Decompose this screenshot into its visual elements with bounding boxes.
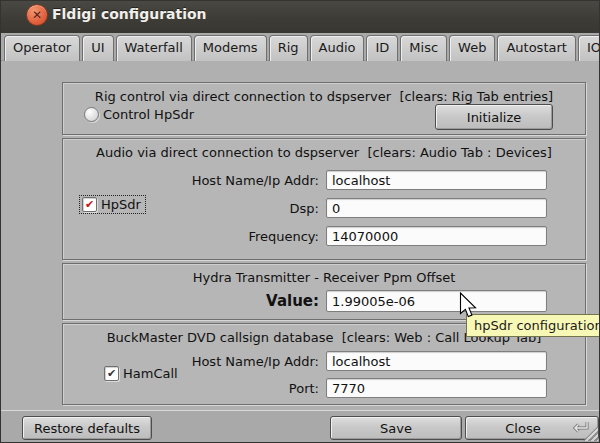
tab-io[interactable]: IO — [578, 35, 600, 61]
tooltip-text: hpSdr configuration — [474, 318, 600, 333]
ppm-group-header: Hydra Transmitter - Receiver Ppm Offset — [63, 270, 585, 285]
tab-audio[interactable]: Audio — [310, 35, 365, 61]
tab-bar: Operator UI Waterfall Modems Rig Audio I… — [4, 33, 600, 61]
callsign-host-input[interactable] — [326, 351, 547, 371]
close-icon: ✕ — [32, 9, 42, 21]
value-input[interactable] — [326, 290, 547, 312]
tab-autostart[interactable]: Autostart — [497, 35, 575, 61]
rig-control-group: Rig control via direct connection to dsp… — [62, 82, 586, 135]
audio-host-label: Host Name/Ip Addr: — [63, 173, 319, 188]
control-hpsdr-radio[interactable]: Control HpSdr — [84, 107, 194, 122]
tab-web[interactable]: Web — [449, 35, 495, 61]
radio-icon — [84, 107, 99, 122]
audio-group: Audio via direct connection to dspserver… — [62, 138, 586, 260]
tab-ui[interactable]: UI — [82, 35, 113, 61]
hamcall-checkbox-label: HamCall — [123, 366, 178, 381]
initialize-button[interactable]: Initialize — [435, 104, 553, 130]
audio-host-input[interactable] — [326, 170, 547, 190]
titlebar: ✕ Fldigi configuration — [0, 0, 600, 33]
control-hpsdr-label: Control HpSdr — [103, 107, 194, 122]
save-button[interactable]: Save — [330, 416, 462, 440]
window-close-button[interactable]: ✕ — [26, 4, 48, 26]
port-label: Port: — [63, 381, 319, 396]
dsp-label: Dsp: — [63, 201, 319, 216]
callsign-host-label: Host Name/Ip Addr: — [63, 354, 319, 369]
restore-defaults-button[interactable]: Restore defaults — [22, 416, 152, 440]
save-label: Save — [380, 421, 412, 436]
port-input[interactable] — [326, 378, 547, 398]
value-label: Value: — [63, 292, 319, 310]
frequency-label: Frequency: — [63, 229, 319, 244]
restore-defaults-label: Restore defaults — [34, 421, 140, 436]
tab-rig[interactable]: Rig — [269, 35, 308, 61]
tab-id[interactable]: ID — [366, 35, 398, 61]
tab-modems[interactable]: Modems — [194, 35, 267, 61]
return-key-icon — [570, 421, 590, 435]
dsp-input[interactable] — [326, 198, 547, 218]
frequency-input[interactable] — [326, 226, 547, 246]
initialize-label: Initialize — [467, 110, 521, 125]
tooltip: hpSdr configuration — [466, 314, 600, 337]
rig-group-header: Rig control via direct connection to dsp… — [63, 89, 585, 104]
window-title: Fldigi configuration — [52, 6, 207, 22]
close-button[interactable]: Close — [465, 416, 599, 440]
tab-operator[interactable]: Operator — [4, 35, 80, 61]
close-label: Close — [505, 421, 540, 436]
hamcall-checkbox[interactable]: ✔ HamCall — [104, 366, 178, 381]
tab-misc[interactable]: Misc — [400, 35, 447, 61]
checkbox-checked-icon: ✔ — [104, 366, 119, 381]
ppm-offset-group: Hydra Transmitter - Receiver Ppm Offset … — [62, 263, 586, 320]
audio-group-header: Audio via direct connection to dspserver… — [63, 145, 585, 160]
tab-waterfall[interactable]: Waterfall — [116, 35, 192, 61]
